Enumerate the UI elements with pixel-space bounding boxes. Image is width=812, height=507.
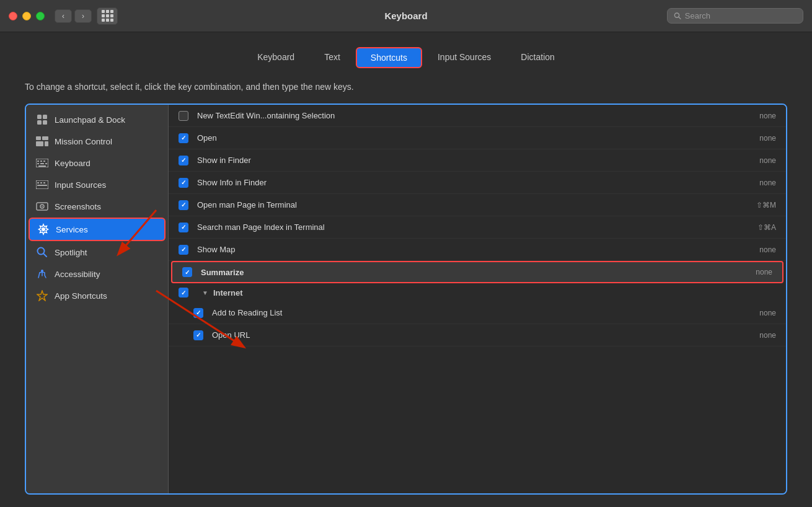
grid-icon [102, 10, 113, 22]
shortcut-label-show-map: Show Map [197, 245, 759, 254]
tab-input-sources[interactable]: Input Sources [423, 47, 505, 68]
sidebar-item-screenshots[interactable]: Screenshots [29, 196, 165, 217]
sidebar-item-mission-control[interactable]: Mission Control [29, 131, 165, 152]
app-shortcuts-icon [36, 289, 48, 302]
shortcut-row-new-textedit[interactable]: New TextEdit Win...ontaining Selection n… [169, 105, 786, 127]
checkbox-reading-list[interactable] [193, 308, 203, 318]
svg-rect-3 [43, 115, 47, 119]
checkbox-internet[interactable] [179, 288, 188, 298]
keyboard-icon [36, 157, 48, 169]
shortcut-row-show-finder[interactable]: Show in Finder none [169, 149, 786, 172]
shortcut-label-open: Open [197, 133, 759, 143]
tab-text[interactable]: Text [310, 47, 355, 68]
traffic-lights [9, 12, 45, 20]
search-bar[interactable] [667, 8, 803, 24]
svg-rect-9 [45, 141, 48, 146]
minimize-button[interactable] [22, 12, 31, 20]
tabs-bar: Keyboard Text Shortcuts Input Sources Di… [25, 47, 787, 68]
shortcut-label-search-man: Search man Page Index in Terminal [197, 223, 757, 232]
main-content: Keyboard Text Shortcuts Input Sources Di… [0, 32, 812, 507]
mission-control-icon [36, 135, 48, 148]
checkbox-summarize[interactable] [182, 267, 192, 277]
titlebar: ‹ › Keyboard [0, 0, 812, 32]
sidebar-item-label: Launchpad & Dock [55, 115, 125, 125]
maximize-button[interactable] [36, 12, 45, 20]
shortcut-key-show-finder: none [759, 156, 776, 165]
checkbox-show-map[interactable] [179, 245, 188, 255]
shortcuts-panel: New TextEdit Win...ontaining Selection n… [169, 105, 786, 493]
checkbox-open-man[interactable] [179, 200, 188, 210]
svg-rect-16 [45, 163, 47, 164]
sidebar-item-input-sources[interactable]: Input Sources [29, 174, 165, 195]
svg-point-25 [42, 206, 43, 207]
svg-rect-15 [40, 163, 44, 164]
shortcut-row-open-man[interactable]: Open man Page in Terminal ⇧⌘M [169, 194, 786, 216]
shortcut-row-search-man[interactable]: Search man Page Index in Terminal ⇧⌘A [169, 216, 786, 239]
sidebar-item-label: Accessibility [55, 270, 100, 279]
svg-point-26 [42, 227, 45, 231]
shortcut-label-show-finder: Show in Finder [197, 156, 759, 165]
main-panel: Launchpad & Dock Mission Control Keyboar… [25, 104, 787, 495]
shortcut-label-show-info: Show Info in Finder [197, 178, 759, 187]
svg-marker-30 [37, 291, 47, 301]
services-icon [37, 223, 50, 236]
svg-rect-12 [40, 161, 42, 162]
checkbox-show-finder[interactable] [179, 156, 188, 165]
svg-rect-4 [37, 120, 42, 125]
sidebar-item-keyboard[interactable]: Keyboard [29, 152, 165, 174]
svg-rect-6 [36, 136, 41, 140]
shortcut-row-show-map[interactable]: Show Map none [169, 239, 786, 261]
shortcut-key-reading-list: none [759, 309, 776, 317]
search-input[interactable] [685, 11, 797, 20]
checkbox-show-info[interactable] [179, 178, 188, 188]
shortcut-key-open: none [759, 134, 776, 143]
back-button[interactable]: ‹ [55, 9, 72, 23]
tab-shortcuts[interactable]: Shortcuts [356, 47, 422, 68]
shortcut-group-internet[interactable]: ▼ Internet [169, 283, 786, 302]
input-sources-icon [36, 179, 48, 191]
checkbox-open-url[interactable] [193, 330, 203, 340]
checkbox-new-textedit[interactable] [179, 111, 188, 121]
shortcut-label-reading-list: Add to Reading List [212, 308, 759, 317]
svg-rect-17 [38, 165, 46, 167]
triangle-icon: ▼ [202, 289, 208, 296]
launchpad-icon [36, 113, 48, 126]
svg-rect-22 [37, 185, 47, 186]
svg-rect-13 [43, 161, 45, 162]
sidebar-item-label: Services [56, 225, 88, 234]
grid-view-button[interactable] [97, 7, 118, 25]
sidebar: Launchpad & Dock Mission Control Keyboar… [26, 105, 169, 493]
shortcut-key-open-man: ⇧⌘M [756, 201, 776, 209]
shortcut-row-open[interactable]: Open none [169, 127, 786, 149]
close-button[interactable] [9, 12, 17, 20]
shortcut-label-new-textedit: New TextEdit Win...ontaining Selection [197, 111, 759, 120]
tab-dictation[interactable]: Dictation [506, 47, 568, 68]
accessibility-icon [36, 268, 48, 280]
shortcut-key-show-map: none [759, 245, 776, 254]
shortcut-row-reading-list[interactable]: Add to Reading List none [169, 302, 786, 324]
svg-rect-7 [42, 136, 48, 140]
sidebar-item-label: Spotlight [55, 248, 87, 257]
sidebar-item-launchpad[interactable]: Launchpad & Dock [29, 109, 165, 130]
spotlight-icon [36, 246, 48, 258]
svg-rect-5 [43, 120, 47, 125]
shortcut-key-new-textedit: none [759, 112, 776, 120]
svg-rect-2 [37, 115, 42, 119]
shortcut-label-open-man: Open man Page in Terminal [197, 200, 756, 209]
sidebar-item-services[interactable]: Services [29, 218, 165, 241]
shortcut-row-summarize[interactable]: Summarize none [171, 261, 783, 283]
tab-keyboard[interactable]: Keyboard [243, 47, 309, 68]
shortcut-row-open-url[interactable]: Open URL none [169, 324, 786, 346]
checkbox-open[interactable] [179, 133, 188, 143]
shortcut-row-show-info[interactable]: Show Info in Finder none [169, 172, 786, 194]
description-text: To change a shortcut, select it, click t… [25, 81, 787, 94]
shortcut-label-summarize: Summarize [201, 268, 756, 277]
shortcut-key-summarize: none [756, 268, 772, 276]
sidebar-item-accessibility[interactable]: Accessibility [29, 263, 165, 284]
svg-rect-14 [37, 163, 39, 164]
sidebar-item-spotlight[interactable]: Spotlight [29, 242, 165, 263]
svg-rect-8 [36, 141, 43, 146]
checkbox-search-man[interactable] [179, 223, 188, 232]
forward-button[interactable]: › [74, 9, 92, 23]
sidebar-item-app-shortcuts[interactable]: App Shortcuts [29, 285, 165, 306]
